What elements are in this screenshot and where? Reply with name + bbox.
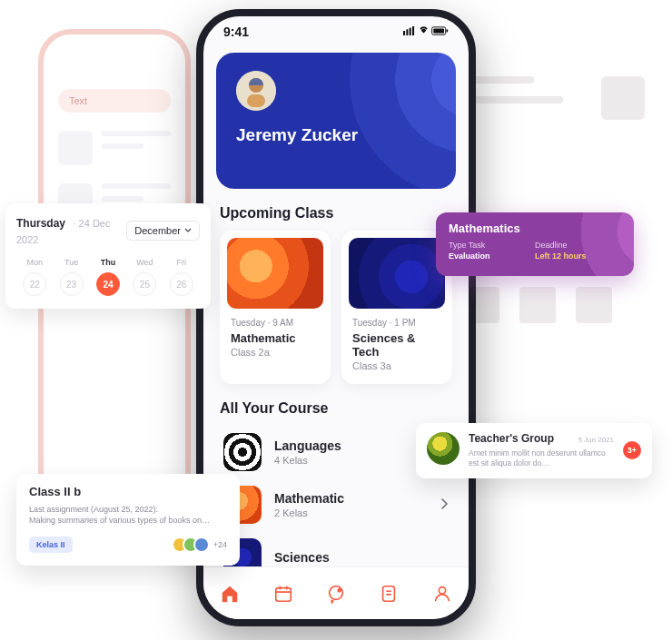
day-cell[interactable]: Wed25	[126, 258, 163, 296]
group-name: Teacher's Group	[469, 432, 554, 445]
task-type-value: Evaluation	[449, 251, 535, 261]
course-title: Languages	[274, 438, 341, 453]
course-title: Sciences	[274, 550, 330, 565]
svg-rect-9	[247, 94, 265, 107]
task-deadline-value: Left 12 hours	[535, 251, 621, 261]
date-picker-card: Thursday · 24 Dec 2022 December Mon22 Tu…	[5, 203, 211, 309]
assignment-title: Class II b	[29, 485, 227, 498]
svg-rect-0	[403, 31, 405, 35]
svg-point-12	[338, 588, 341, 591]
svg-rect-1	[406, 29, 408, 35]
task-deadline-label: Deadline	[535, 241, 621, 250]
status-icons	[403, 25, 449, 39]
chevron-down-icon	[184, 228, 192, 233]
profile-icon[interactable]	[432, 584, 452, 604]
upcoming-heading: Upcoming Class	[220, 205, 452, 222]
upcoming-class: Class 3a	[352, 360, 441, 371]
assignment-card[interactable]: Class II b Last assignment (August 25, 2…	[16, 474, 240, 566]
task-card[interactable]: Mathematics Type Task Evaluation Deadlin…	[436, 212, 634, 276]
profile-hero: Jeremy Zucker	[216, 53, 456, 189]
upcoming-card[interactable]: Tuesday · 9 AM Mathematic Class 2a	[220, 231, 331, 384]
search-placeholder-text: Text	[69, 95, 87, 106]
datepicker-days: Mon22 Tue23 Thu24 Wed25 Fri26	[16, 258, 200, 296]
group-avatar	[427, 432, 460, 465]
avatar[interactable]	[236, 71, 276, 111]
svg-rect-2	[410, 28, 411, 35]
tab-bar	[203, 566, 469, 619]
course-title: Mathematic	[274, 491, 344, 506]
status-bar: 9:41	[203, 16, 469, 47]
upcoming-meta: Tuesday · 9 AM	[231, 318, 320, 328]
month-select[interactable]: December	[126, 221, 200, 241]
svg-rect-13	[383, 586, 395, 601]
task-type-label: Type Task	[449, 241, 535, 250]
datepicker-dayname: Thursday	[16, 217, 65, 230]
chat-preview-card[interactable]: Teacher's Group 5 Jun 2021 Amet minim mo…	[416, 423, 652, 478]
class-tag[interactable]: Kelas II	[29, 537, 73, 553]
notes-icon[interactable]	[379, 584, 399, 604]
home-icon[interactable]	[220, 584, 240, 604]
group-message: Amet minim mollit non deserunt ullamco e…	[469, 448, 614, 469]
svg-point-14	[439, 586, 445, 593]
upcoming-class: Class 2a	[231, 347, 320, 358]
upcoming-title: Mathematic	[231, 331, 320, 345]
background-panel-right	[463, 76, 645, 312]
course-sub: 2 Kelas	[274, 507, 344, 518]
course-thumb-icon	[349, 238, 445, 309]
chevron-right-icon	[441, 497, 449, 513]
svg-rect-6	[447, 29, 449, 32]
svg-rect-5	[433, 29, 444, 34]
chat-icon[interactable]	[326, 584, 346, 604]
month-select-value: December	[134, 225, 181, 236]
day-cell[interactable]: Fri26	[163, 258, 200, 296]
status-time: 9:41	[223, 25, 249, 39]
task-title: Mathematics	[449, 222, 621, 235]
search-input-placeholder[interactable]: Text	[58, 89, 171, 113]
svg-rect-10	[275, 587, 291, 601]
courses-heading: All Your Course	[220, 400, 452, 417]
member-count-more: +24	[213, 540, 227, 549]
assignment-sub: Last assignment (August 25, 2022):Making…	[29, 504, 227, 526]
upcoming-title: Sciences & Tech	[352, 331, 441, 359]
unread-badge: 3+	[623, 441, 641, 459]
course-row[interactable]: Mathematic 2 Kelas	[203, 478, 469, 531]
calendar-icon[interactable]	[273, 584, 293, 604]
member-avatars: +24	[177, 537, 227, 553]
upcoming-meta: Tuesday · 1 PM	[352, 318, 441, 328]
day-cell[interactable]: Mon22	[16, 258, 53, 296]
day-cell[interactable]: Tue23	[53, 258, 89, 296]
course-thumb-icon	[227, 238, 323, 309]
user-name: Jeremy Zucker	[236, 125, 436, 145]
course-thumb-icon	[223, 433, 262, 471]
svg-rect-3	[412, 26, 414, 35]
svg-point-11	[330, 586, 343, 599]
course-sub: 4 Kelas	[274, 455, 341, 466]
day-cell-active[interactable]: Thu24	[90, 258, 126, 296]
group-date: 5 Jun 2021	[578, 436, 614, 444]
